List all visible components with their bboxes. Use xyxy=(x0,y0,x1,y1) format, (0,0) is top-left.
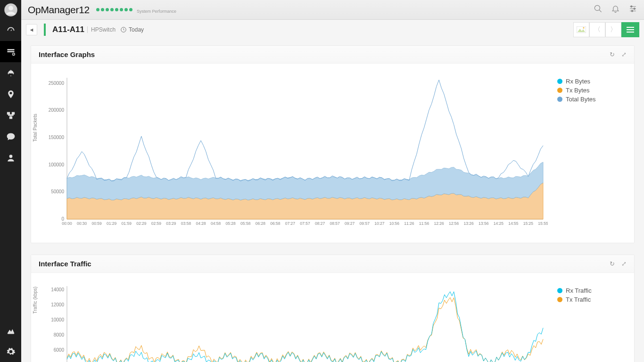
legend-dot xyxy=(557,79,562,84)
svg-text:200000: 200000 xyxy=(49,107,65,113)
bell-icon[interactable] xyxy=(611,4,620,15)
legend-dot xyxy=(557,88,562,93)
content: Interface Graphs ↻ ⤢ Total Packets 05000… xyxy=(21,40,644,362)
svg-text:09:27: 09:27 xyxy=(345,221,355,226)
svg-point-12 xyxy=(631,10,633,12)
svg-text:12:26: 12:26 xyxy=(434,221,444,226)
legend-label: Total Bytes xyxy=(566,96,596,103)
svg-text:12:56: 12:56 xyxy=(449,221,459,226)
svg-text:10000: 10000 xyxy=(51,317,64,322)
performance-indicator[interactable]: System Performance xyxy=(96,6,176,14)
performance-label: System Performance xyxy=(137,9,176,14)
svg-text:01:59: 01:59 xyxy=(122,221,132,226)
prev-button[interactable]: 〈 xyxy=(589,22,605,37)
svg-text:06:58: 06:58 xyxy=(270,221,281,226)
chart-interface-traffic: Traffic (kbps) 60008000100001200014000 xyxy=(39,282,548,362)
svg-text:15:55: 15:55 xyxy=(538,221,548,226)
svg-text:8000: 8000 xyxy=(54,332,65,337)
search-icon[interactable] xyxy=(594,4,603,15)
sidebar-settings[interactable] xyxy=(0,341,21,362)
svg-point-10 xyxy=(631,6,632,7)
svg-text:100000: 100000 xyxy=(49,162,65,167)
legend-dot xyxy=(557,297,562,302)
svg-text:250000: 250000 xyxy=(49,81,65,86)
svg-text:01:29: 01:29 xyxy=(107,221,117,226)
legend-item[interactable]: Rx Bytes xyxy=(557,78,614,85)
legend-item[interactable]: Total Bytes xyxy=(557,96,614,103)
refresh-icon[interactable]: ↻ xyxy=(610,260,615,267)
svg-text:13:56: 13:56 xyxy=(479,221,489,226)
sidebar-alarms[interactable] xyxy=(0,62,21,83)
svg-text:00:00: 00:00 xyxy=(62,221,72,226)
svg-rect-5 xyxy=(7,112,9,114)
sidebar-inventory[interactable] xyxy=(0,41,21,62)
panel-title: Interface Graphs xyxy=(39,50,95,58)
svg-text:07:27: 07:27 xyxy=(285,221,296,226)
legend: Rx BytesTx BytesTotal Bytes xyxy=(548,73,614,233)
svg-text:05:28: 05:28 xyxy=(226,221,236,226)
sidebar-reports[interactable] xyxy=(0,320,21,341)
svg-text:14000: 14000 xyxy=(51,287,64,292)
legend-dot xyxy=(557,288,562,293)
chart-interface-graphs: Total Packets 05000010000015000020000025… xyxy=(39,73,548,233)
avatar[interactable] xyxy=(0,0,21,20)
svg-point-1 xyxy=(8,6,13,10)
svg-rect-2 xyxy=(7,49,14,50)
expand-icon[interactable]: ⤢ xyxy=(621,260,627,267)
svg-text:00:30: 00:30 xyxy=(77,221,87,226)
legend-dot xyxy=(557,97,562,102)
svg-point-4 xyxy=(12,53,15,55)
panel-interface-traffic: Interface Traffic ↻ ⤢ Traffic (kbps) 600… xyxy=(31,255,635,362)
device-name: A11-A11 xyxy=(52,25,84,34)
brand: OpManager12 xyxy=(28,4,90,16)
legend-label: Rx Bytes xyxy=(566,78,590,85)
subheader: ◄ A11-A11 HPSwitch Today 〈 〉 xyxy=(21,20,644,40)
thumbnail-button[interactable] xyxy=(573,22,589,37)
time-range-label: Today xyxy=(129,26,144,33)
svg-text:10:56: 10:56 xyxy=(389,221,400,226)
legend-item[interactable]: Rx Traffic xyxy=(557,287,614,294)
svg-text:04:28: 04:28 xyxy=(196,221,206,226)
legend-label: Rx Traffic xyxy=(566,287,592,294)
svg-text:150000: 150000 xyxy=(49,135,65,140)
back-button[interactable]: ◄ xyxy=(26,24,37,35)
svg-text:15:25: 15:25 xyxy=(523,221,534,226)
svg-text:10:27: 10:27 xyxy=(374,221,385,226)
legend-item[interactable]: Tx Traffic xyxy=(557,296,614,303)
panel-interface-graphs: Interface Graphs ↻ ⤢ Total Packets 05000… xyxy=(31,45,635,243)
svg-text:07:57: 07:57 xyxy=(300,221,310,226)
expand-icon[interactable]: ⤢ xyxy=(621,51,627,58)
time-range[interactable]: Today xyxy=(120,26,144,33)
sidebar-workflow[interactable] xyxy=(0,105,21,126)
svg-text:03:58: 03:58 xyxy=(181,221,191,226)
next-button[interactable]: 〉 xyxy=(605,22,621,37)
svg-text:13:26: 13:26 xyxy=(464,221,474,226)
sidebar-dashboard[interactable] xyxy=(0,20,21,41)
svg-text:08:57: 08:57 xyxy=(330,221,340,226)
svg-text:11:26: 11:26 xyxy=(404,221,414,226)
svg-text:02:29: 02:29 xyxy=(136,221,147,226)
svg-text:6000: 6000 xyxy=(54,347,65,353)
settings-sliders-icon[interactable] xyxy=(628,4,637,15)
panel-title: Interface Traffic xyxy=(39,260,91,268)
menu-button[interactable] xyxy=(621,22,639,37)
sidebar-chat[interactable] xyxy=(0,126,21,147)
legend-label: Tx Bytes xyxy=(566,87,590,94)
svg-text:11:56: 11:56 xyxy=(419,221,429,226)
refresh-icon[interactable]: ↻ xyxy=(610,51,615,58)
legend-item[interactable]: Tx Bytes xyxy=(557,87,614,94)
sidebar-maps[interactable] xyxy=(0,83,21,105)
svg-text:14:55: 14:55 xyxy=(508,221,519,226)
device-type: HPSwitch xyxy=(87,26,116,33)
svg-text:04:58: 04:58 xyxy=(211,221,221,226)
svg-point-8 xyxy=(9,155,12,158)
sidebar xyxy=(0,0,21,362)
svg-text:05:58: 05:58 xyxy=(240,221,251,226)
sidebar-user[interactable] xyxy=(0,147,21,168)
legend: Rx TrafficTx Traffic xyxy=(548,282,614,362)
svg-text:06:28: 06:28 xyxy=(256,221,266,226)
svg-text:12000: 12000 xyxy=(51,302,64,307)
svg-rect-6 xyxy=(12,112,14,114)
legend-label: Tx Traffic xyxy=(566,296,591,303)
header: OpManager12 System Performance xyxy=(21,0,644,20)
